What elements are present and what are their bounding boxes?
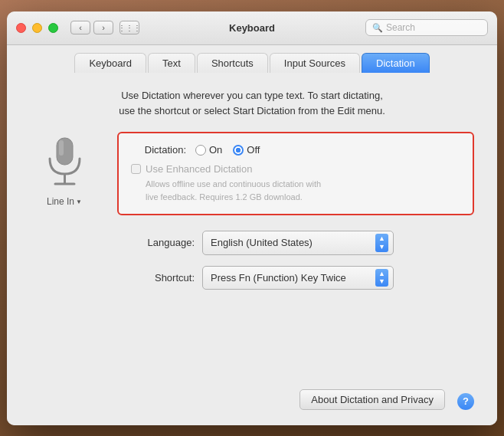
- description: Use Dictation wherever you can type text…: [30, 88, 474, 120]
- language-value: English (United States): [211, 237, 313, 248]
- radio-on-circle[interactable]: [195, 145, 206, 156]
- radio-off-label: Off: [247, 144, 260, 156]
- tab-text[interactable]: Text: [148, 53, 195, 73]
- up-arrow: ▲: [378, 234, 385, 243]
- enhanced-label: Use Enhanced Dictation: [146, 163, 252, 175]
- dictation-toggle-row: Dictation: On Off: [131, 144, 460, 156]
- search-icon: 🔍: [372, 23, 383, 33]
- description-line2: use the shortcut or select Start Dictati…: [119, 105, 385, 116]
- settings-rows: Language: English (United States) ▲ ▼ Sh…: [30, 231, 474, 300]
- main-area: Line In ▼ Dictation: On: [30, 132, 474, 215]
- line-in-selector[interactable]: Line In ▼: [47, 196, 82, 207]
- radio-on[interactable]: On: [195, 144, 222, 156]
- line-in-chevron: ▼: [76, 198, 82, 205]
- back-button[interactable]: ‹: [70, 21, 90, 34]
- privacy-button[interactable]: About Dictation and Privacy: [299, 389, 445, 410]
- forward-button[interactable]: ›: [93, 21, 113, 34]
- microphone-icon: [38, 132, 91, 193]
- minimize-button[interactable]: [32, 23, 42, 33]
- search-box[interactable]: 🔍 Search: [365, 19, 488, 36]
- down-arrow: ▼: [378, 277, 385, 286]
- maximize-button[interactable]: [48, 23, 58, 33]
- tab-input-sources[interactable]: Input Sources: [270, 53, 360, 73]
- svg-rect-1: [59, 140, 64, 156]
- tabs-bar: Keyboard Text Shortcuts Input Sources Di…: [7, 45, 497, 73]
- dictation-options-box: Dictation: On Off: [117, 132, 474, 215]
- radio-off-circle[interactable]: [233, 145, 244, 156]
- enhanced-checkbox-row: Use Enhanced Dictation: [131, 163, 460, 175]
- language-row: Language: English (United States) ▲ ▼: [30, 231, 474, 255]
- shortcut-arrows: ▲ ▼: [375, 269, 388, 287]
- grid-button[interactable]: ⋮⋮⋮: [119, 21, 139, 34]
- enhanced-desc-line2: live feedback. Requires 1.2 GB download.: [146, 192, 303, 202]
- keyboard-window: ‹ › ⋮⋮⋮ Keyboard 🔍 Search Keyboard Text …: [7, 11, 497, 425]
- up-arrow: ▲: [378, 270, 385, 278]
- close-button[interactable]: [16, 23, 26, 33]
- window-title: Keyboard: [229, 22, 275, 34]
- radio-off[interactable]: Off: [233, 144, 260, 156]
- language-select[interactable]: English (United States) ▲ ▼: [202, 231, 394, 255]
- tab-keyboard[interactable]: Keyboard: [74, 53, 146, 73]
- dictation-radio-group: On Off: [195, 144, 260, 156]
- mic-section: Line In ▼: [30, 132, 99, 207]
- nav-buttons: ‹ ›: [70, 21, 113, 34]
- shortcut-select[interactable]: Press Fn (Function) Key Twice ▲ ▼: [202, 266, 394, 290]
- shortcut-row: Shortcut: Press Fn (Function) Key Twice …: [30, 266, 474, 290]
- search-placeholder: Search: [386, 22, 415, 33]
- language-arrows: ▲ ▼: [375, 234, 388, 252]
- description-line1: Use Dictation wherever you can type text…: [121, 90, 383, 101]
- down-arrow: ▼: [378, 243, 385, 251]
- tab-dictation[interactable]: Dictation: [362, 53, 430, 73]
- enhanced-checkbox[interactable]: [131, 164, 141, 174]
- enhanced-section: Use Enhanced Dictation Allows offline us…: [131, 163, 460, 203]
- shortcut-value: Press Fn (Function) Key Twice: [211, 272, 346, 284]
- footer: About Dictation and Privacy ?: [30, 374, 474, 410]
- help-button[interactable]: ?: [457, 393, 474, 410]
- dictation-label: Dictation:: [131, 144, 186, 156]
- titlebar: ‹ › ⋮⋮⋮ Keyboard 🔍 Search: [7, 11, 497, 45]
- radio-on-label: On: [209, 144, 222, 156]
- enhanced-description: Allows offline use and continuous dictat…: [146, 178, 460, 203]
- language-label: Language:: [110, 237, 195, 248]
- shortcut-label: Shortcut:: [110, 272, 195, 284]
- line-in-label: Line In: [47, 196, 74, 207]
- traffic-lights: [16, 23, 58, 33]
- content-area: Use Dictation wherever you can type text…: [7, 73, 497, 425]
- tab-shortcuts[interactable]: Shortcuts: [197, 53, 268, 73]
- enhanced-desc-line1: Allows offline use and continuous dictat…: [146, 179, 321, 188]
